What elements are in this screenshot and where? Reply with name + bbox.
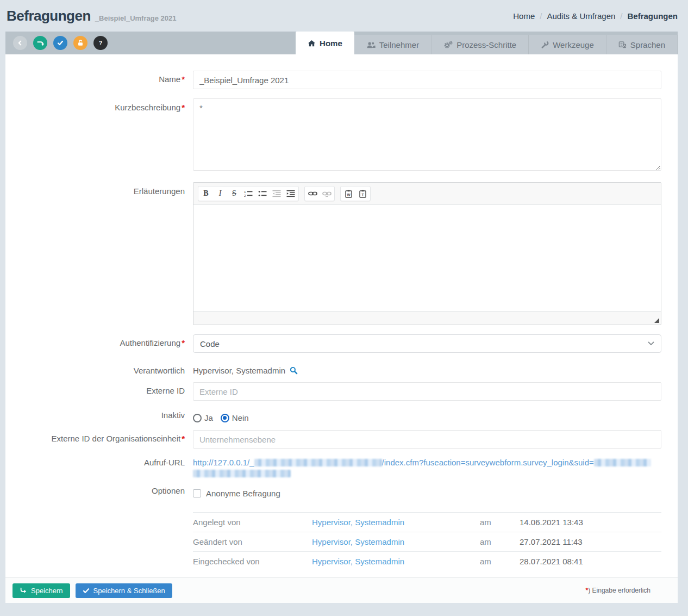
name-input[interactable] bbox=[193, 71, 661, 89]
aufruf-url-label: Aufruf-URL bbox=[5, 454, 193, 479]
erlaeuterungen-label: Erläuterungen bbox=[5, 182, 193, 325]
table-row-geaendert: Geändert von Hypervisor, Systemadmin am … bbox=[193, 532, 661, 551]
numbered-list-icon: 12 bbox=[244, 190, 253, 197]
tab-sprachen[interactable]: 文A Sprachen bbox=[606, 35, 678, 54]
authentifizierung-select[interactable]: Code bbox=[193, 334, 661, 353]
check-button[interactable] bbox=[53, 36, 67, 50]
main-card: ? Home Teilnehmer Prozess-Schritte Werkz… bbox=[5, 32, 678, 603]
form-content: Name* Kurzbeschreibung* * Erläuterungen … bbox=[5, 54, 678, 577]
search-icon[interactable] bbox=[290, 366, 298, 375]
required-asterisk: * bbox=[182, 338, 185, 347]
home-icon bbox=[308, 39, 316, 47]
form-row-aufruf-url: Aufruf-URL http://127.0.0.1/_/index.cfm?… bbox=[5, 454, 661, 479]
tab-teilnehmer[interactable]: Teilnehmer bbox=[354, 35, 431, 54]
save-button[interactable]: Speichern bbox=[12, 583, 70, 598]
numbered-list-button[interactable]: 12 bbox=[241, 187, 255, 200]
editor-bottom-bar bbox=[193, 312, 661, 325]
editor-toolbar: B I S 12 bbox=[193, 183, 661, 205]
table-row-angelegt: Angelegt von Hypervisor, Systemadmin am … bbox=[193, 512, 661, 532]
chevron-down-icon bbox=[648, 341, 654, 346]
unlink-button[interactable] bbox=[320, 187, 334, 200]
toolbar-buttons: ? bbox=[5, 36, 108, 54]
redacted-url-segment bbox=[594, 459, 651, 466]
externe-id-input[interactable] bbox=[193, 382, 661, 401]
form-row-verantwortlich: Verantwortlich Hypervisor, Systemadmin bbox=[5, 362, 661, 375]
paste-from-word-icon: W bbox=[345, 190, 353, 198]
form-row-name: Name* bbox=[5, 71, 661, 89]
radio-selected-icon bbox=[221, 414, 229, 422]
editor-resize-handle[interactable] bbox=[654, 318, 659, 323]
chevron-left-icon bbox=[16, 39, 24, 47]
unlock-button[interactable] bbox=[73, 36, 87, 50]
user-link[interactable]: Hypervisor, Systemadmin bbox=[312, 537, 404, 546]
required-asterisk: * bbox=[182, 434, 185, 443]
user-link[interactable]: Hypervisor, Systemadmin bbox=[312, 518, 404, 527]
user-link[interactable]: Hypervisor, Systemadmin bbox=[312, 557, 404, 566]
link-icon bbox=[308, 190, 317, 197]
paste-as-text-button[interactable]: T bbox=[355, 187, 370, 200]
externe-id-label: Externe ID bbox=[5, 382, 193, 401]
indent-icon bbox=[286, 190, 295, 197]
language-icon: 文A bbox=[618, 41, 627, 49]
anonyme-befragung-label: Anonyme Befragung bbox=[206, 489, 280, 498]
italic-button[interactable]: I bbox=[213, 187, 227, 200]
editor-text-area[interactable] bbox=[193, 205, 661, 312]
page-subtitle: _Beispiel_Umfrage 2021 bbox=[95, 14, 177, 22]
outdent-button[interactable] bbox=[270, 187, 284, 200]
tab-prozess-schritte[interactable]: Prozess-Schritte bbox=[431, 35, 529, 54]
inaktiv-label: Inaktiv bbox=[5, 410, 193, 422]
breadcrumb-current: Befragungen bbox=[627, 11, 678, 21]
form-row-externe-id: Externe ID bbox=[5, 382, 661, 401]
form-row-inaktiv: Inaktiv Ja Nein bbox=[5, 410, 661, 422]
radio-unselected-icon bbox=[193, 414, 202, 422]
required-note: *) Eingabe erforderlich bbox=[585, 587, 651, 594]
save-arrow-icon bbox=[20, 587, 27, 594]
svg-text:1: 1 bbox=[244, 190, 246, 194]
inaktiv-radio-nein[interactable]: Nein bbox=[221, 413, 249, 422]
form-row-externe-id-org: Externe ID der Organisationseinheit* bbox=[5, 430, 661, 449]
table-row-eingecheckt: Eingechecked von Hypervisor, Systemadmin… bbox=[193, 551, 661, 571]
breadcrumb: Home / Audits & Umfragen / Befragungen bbox=[513, 11, 678, 21]
strikethrough-button[interactable]: S bbox=[227, 187, 241, 200]
breadcrumb-separator: / bbox=[620, 11, 622, 21]
check-icon bbox=[57, 39, 64, 47]
page-title: Befragungen bbox=[7, 8, 91, 24]
required-asterisk: * bbox=[182, 74, 185, 84]
kurzbeschreibung-label: Kurzbeschreibung* bbox=[5, 98, 193, 173]
form-row-erlaeuterungen: Erläuterungen B I S 12 bbox=[5, 182, 661, 325]
gears-icon bbox=[443, 41, 453, 49]
paste-from-word-button[interactable]: W bbox=[341, 187, 355, 200]
aufruf-url-link[interactable]: http://127.0.0.1/_/index.cfm?fuseaction=… bbox=[193, 458, 651, 478]
anonyme-befragung-checkbox[interactable] bbox=[193, 489, 201, 497]
indent-button[interactable] bbox=[284, 187, 298, 200]
audit-table: Angelegt von Hypervisor, Systemadmin am … bbox=[193, 512, 661, 571]
tab-werkzeuge[interactable]: Werkzeuge bbox=[529, 35, 606, 54]
svg-text:T: T bbox=[361, 192, 364, 196]
name-label: Name* bbox=[5, 71, 193, 89]
link-button[interactable] bbox=[305, 187, 320, 200]
save-and-close-button[interactable]: Speichern & Schließen bbox=[76, 583, 172, 598]
svg-text:2: 2 bbox=[244, 194, 246, 197]
svg-text:W: W bbox=[347, 192, 351, 196]
bulleted-list-button[interactable] bbox=[255, 187, 270, 200]
bold-button[interactable]: B bbox=[199, 187, 213, 200]
inaktiv-radio-ja[interactable]: Ja bbox=[193, 413, 213, 422]
question-mark-icon: ? bbox=[97, 39, 104, 47]
verantwortlich-label: Verantwortlich bbox=[5, 362, 193, 375]
breadcrumb-home[interactable]: Home bbox=[513, 11, 535, 21]
breadcrumb-audits-umfragen[interactable]: Audits & Umfragen bbox=[547, 11, 615, 21]
paste-as-text-icon: T bbox=[359, 190, 367, 198]
back-button[interactable] bbox=[13, 36, 27, 50]
outdent-icon bbox=[272, 190, 281, 197]
externe-id-org-input[interactable] bbox=[193, 430, 661, 449]
required-asterisk: * bbox=[182, 103, 185, 112]
kurzbeschreibung-textarea[interactable]: * bbox=[193, 98, 661, 171]
form-footer: Speichern Speichern & Schließen *) Einga… bbox=[5, 577, 678, 603]
help-button[interactable]: ? bbox=[93, 36, 108, 50]
breadcrumb-separator: / bbox=[540, 11, 542, 21]
optionen-label: Optionen bbox=[5, 486, 193, 571]
tab-home[interactable]: Home bbox=[296, 32, 354, 54]
toolbar-band: ? Home Teilnehmer Prozess-Schritte Werkz… bbox=[5, 32, 678, 54]
authentifizierung-label: Authentifizierung* bbox=[5, 334, 193, 353]
return-button[interactable] bbox=[33, 36, 47, 50]
